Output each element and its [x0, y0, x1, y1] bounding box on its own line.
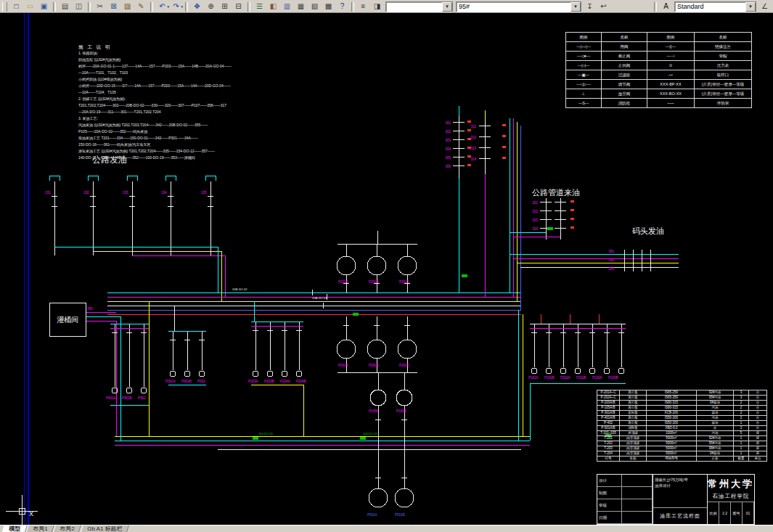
diagram-label: P102A [560, 376, 570, 380]
undo-icon[interactable]: ↶▾ [155, 1, 169, 12]
paste-icon[interactable]: ▨ [120, 1, 134, 12]
equipment-cell: T-101~105 [597, 431, 620, 436]
drawing-canvas[interactable]: 公路发油公路管道来油码头发油灌桶间X1311321331341353013023… [0, 13, 773, 525]
equipment-cell: 内浮顶罐 [620, 436, 647, 441]
zoom-window-icon[interactable]: ⊞ [218, 1, 232, 12]
equipment-circle [141, 388, 147, 393]
signature-label: 制图 [597, 487, 622, 499]
combo-arrow-icon[interactable]: ▼ [570, 2, 581, 12]
equipment-cell: 2 [734, 411, 749, 416]
signature-value [622, 512, 653, 524]
equipment-circle [369, 488, 388, 507]
equipment-cell: 内浮顶罐 [620, 451, 647, 457]
equipment-circle [267, 371, 273, 377]
make-object-layer-current-icon[interactable]: ↧ [583, 1, 597, 12]
note-line: 1. 铁路卸油: [78, 50, 232, 57]
equipment-cell: 3 [734, 390, 749, 396]
diagram-label: 134 [161, 191, 167, 195]
equipment-cell: 5000m³ [647, 441, 697, 446]
equipment-cell: 92#汽油 [697, 390, 734, 396]
diagram-label: P401B [122, 396, 132, 400]
legend-name: 放空阀 [602, 89, 647, 99]
combo-arrow-icon[interactable]: ▼ [745, 2, 756, 12]
equipment-cell: P-501A/B [597, 426, 620, 431]
equipment-cell: 0#柴油 [697, 401, 734, 406]
zoom-realtime-icon[interactable]: ⊕ [204, 1, 218, 12]
design-center-icon[interactable]: ◧ [266, 1, 280, 12]
equipment-circle [367, 340, 386, 359]
markup-icon[interactable]: ▧ [308, 1, 322, 12]
pan-icon[interactable]: ✥ [190, 1, 204, 12]
dim-style-icon[interactable]: ∠ [758, 1, 772, 12]
equipment-circle [370, 390, 386, 406]
layout-tab-Gb A1 标题栏[interactable]: Gb A1 标题栏 [80, 525, 129, 532]
save-icon[interactable]: ▣ [37, 1, 51, 12]
diagram-label: P203B [264, 380, 274, 383]
diagram-mark [253, 437, 258, 440]
legend-name: 管帽 [695, 52, 752, 61]
layout-tab-模型[interactable]: 模型 [1, 525, 28, 532]
text-style-icon[interactable]: A [659, 1, 673, 12]
diagram-label: 133 [123, 191, 128, 195]
cut-icon[interactable]: ✂ [93, 1, 107, 12]
tab-label: 布局1 [33, 525, 47, 532]
copy-icon[interactable]: ⊠ [107, 1, 120, 12]
new-icon[interactable]: □ [9, 1, 23, 12]
equipment-circle [253, 371, 258, 377]
match-properties-icon[interactable]: ✎ [134, 1, 148, 12]
diagram-label: P402 [138, 396, 146, 400]
toolbar-grip[interactable] [2, 2, 7, 12]
equipment-circle [396, 390, 412, 406]
layer-states-icon[interactable]: ◨ [370, 1, 384, 12]
equipment-cell: 台 [749, 396, 767, 401]
diagram-label: 305 [445, 156, 451, 160]
color-combo[interactable]: ▼ [385, 1, 453, 12]
layout-tab-布局1[interactable]: 布局1 [25, 525, 54, 532]
diagram-label: P401A [106, 396, 116, 400]
diagram-mark [570, 226, 574, 229]
equipment-circle [604, 368, 610, 374]
legend-name: 闸阀 [602, 42, 647, 52]
title-block-meta: 比例 1:2 图号 01 [708, 502, 754, 524]
layer-combo[interactable]: 95#▼ [456, 1, 581, 12]
equipment-cell: 齿轮泵 [620, 411, 647, 416]
diagram-mark [502, 124, 506, 126]
equipment-cell: XBD-6.0 [647, 426, 697, 431]
equipment-cell: 1 [734, 421, 749, 426]
properties-icon[interactable]: ☰ [253, 1, 266, 12]
diagram-label: 302 [445, 130, 451, 134]
plot-icon[interactable]: ▤ [58, 1, 72, 12]
sheet-set-icon[interactable]: ▦ [294, 1, 308, 12]
help-icon[interactable]: ? [335, 1, 349, 12]
diagram-label: 301 [445, 121, 451, 125]
equipment-circle [398, 256, 417, 275]
equipment-cell: P-203A/B [597, 401, 620, 406]
legend-name: (介质)管径—壁厚—等级 [695, 80, 752, 89]
equipment-cell: 3 [734, 396, 749, 401]
combo-arrow-icon[interactable]: ▼ [442, 2, 452, 12]
quick-calc-icon[interactable]: ▩ [322, 1, 335, 12]
plot-preview-icon[interactable]: ◫ [72, 1, 86, 12]
layer-previous-icon[interactable]: ↩ [597, 1, 610, 12]
tool-palettes-icon[interactable]: ▥ [280, 1, 294, 12]
dropdown-arrow-icon[interactable]: ▾ [181, 2, 183, 12]
open-icon[interactable]: ▭ [23, 1, 37, 12]
equipment-cell: 2 [734, 406, 749, 411]
zoom-previous-icon[interactable]: ⊟ [232, 1, 245, 12]
loading-arm-hook [49, 176, 60, 181]
style-combo[interactable]: Standard▼ [674, 1, 756, 12]
title-block: 设计制图审核日期 湖南长沙75万吨/年 油库设计 油库工艺流程图 常州大学 石油… [597, 474, 755, 525]
equipment-circle [395, 488, 414, 507]
drawing-no-value: 01 [743, 502, 754, 524]
style-combo-value: Standard [677, 3, 704, 10]
layout-tab-布局2[interactable]: 布局2 [53, 525, 82, 532]
diagram-mark [353, 313, 359, 316]
redo-icon[interactable]: ↷▾ [169, 1, 183, 12]
drawing-no-label: 图号 [731, 502, 743, 524]
diagram-label: P501B [395, 513, 405, 517]
layer-properties-icon[interactable]: ≡ [356, 1, 370, 12]
signature-label: 日期 [597, 512, 622, 524]
diagram-label: 323 [532, 218, 538, 222]
note-line: 卸油流程 (以92#汽油为例) [78, 57, 232, 63]
signature-label: 设计 [597, 475, 622, 487]
